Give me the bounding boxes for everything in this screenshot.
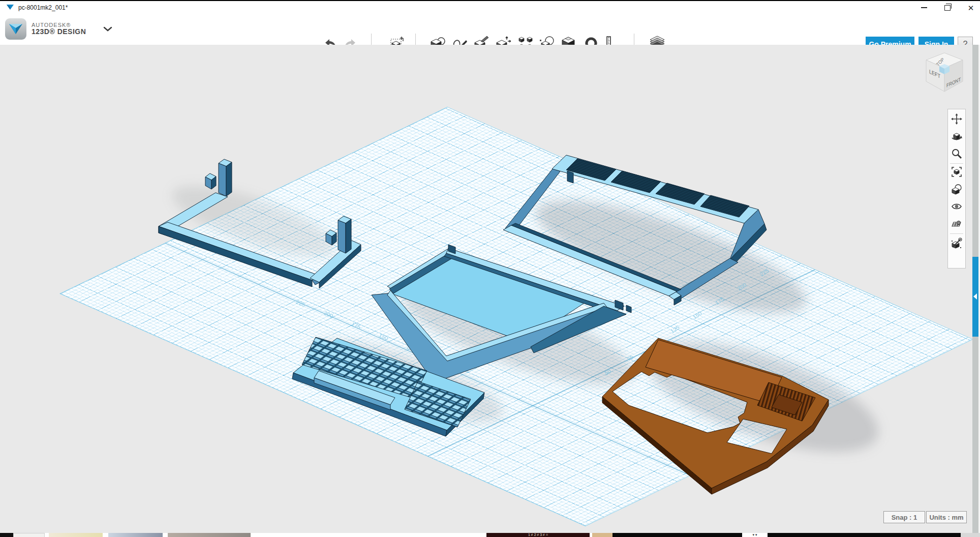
part-keyboard[interactable] (292, 337, 484, 436)
background-scrollbar[interactable] (972, 45, 978, 533)
strip-segment (13, 533, 45, 537)
minimize-button[interactable] (919, 3, 929, 13)
shaded-view-button[interactable] (951, 184, 962, 195)
grid-visibility-icon (951, 218, 962, 229)
view-cube[interactable]: TOP LEFT FRONT (921, 50, 968, 101)
units-setting[interactable]: Units : mm (926, 511, 967, 523)
part-case-top[interactable] (602, 338, 829, 494)
strip-segment-thumbnail: 1 ≠ 2 ≠ 3 ≠ = (486, 533, 590, 537)
restore-button[interactable] (942, 3, 953, 13)
minimize-icon (921, 7, 927, 8)
hide-show-button[interactable] (951, 201, 962, 212)
nav-separator (950, 233, 963, 234)
app-logo-icon (6, 4, 14, 11)
orbit-icon (951, 131, 962, 142)
strip-segment (0, 533, 13, 537)
strip-segment (168, 533, 251, 537)
strip-segment (612, 533, 742, 537)
window-title: pc-8001mk2_001* (18, 4, 68, 11)
grid-label: 200 (737, 282, 748, 292)
shading-mode-icon (951, 184, 962, 195)
fit-view-icon (951, 166, 962, 177)
grid-label: 175 (714, 296, 725, 306)
brand-text: AUTODESK® 123D® DESIGN (32, 22, 86, 36)
zoom-button[interactable] (951, 148, 962, 159)
titlebar: pc-8001mk2_001* ✕ (0, 1, 980, 14)
grid-label: 150 (378, 332, 389, 341)
grid-label: 50 (603, 368, 612, 376)
background-windows-strip: 1 ≠ 2 ≠ 3 ≠ = ▾ ▾ (0, 533, 980, 537)
magnifier-icon (951, 148, 962, 159)
grid-label: 75 (626, 353, 634, 362)
close-button[interactable]: ✕ (966, 3, 976, 13)
nav-separator (950, 163, 963, 164)
viewport-3d[interactable]: 225 200 175 150 125 100 75 50 75 125 150… (0, 45, 980, 533)
restore-icon (944, 5, 951, 11)
pan-button[interactable] (951, 113, 962, 125)
strip-segment-markers: ▾ ▾ (742, 533, 768, 537)
navigation-rail (947, 109, 966, 268)
zoom-to-fit-button[interactable] (951, 166, 962, 177)
grid-label: 150 (692, 310, 703, 320)
app-logo-badge (5, 18, 26, 40)
grid-label: 225 (759, 267, 770, 278)
chevron-down-icon (103, 26, 112, 32)
collapse-arrow-icon (973, 293, 977, 300)
strip-segment (108, 533, 163, 537)
model-parts-layer: 225 200 175 150 125 100 75 50 75 125 150… (0, 45, 980, 533)
strip-segment (768, 533, 961, 537)
window-controls: ✕ (919, 1, 976, 14)
grid-toggle-button[interactable] (951, 218, 962, 229)
part-u-bracket[interactable] (159, 159, 361, 288)
strip-segment (592, 533, 612, 537)
orbit-button[interactable] (951, 131, 962, 142)
close-icon: ✕ (968, 4, 974, 12)
app-menu-button[interactable]: AUTODESK® 123D® DESIGN (5, 18, 112, 40)
strip-segment (961, 533, 980, 537)
strip-segment (49, 533, 103, 537)
snap-setting[interactable]: Snap : 1 (883, 511, 925, 523)
main-toolbar: AUTODESK® 123D® DESIGN (0, 14, 980, 45)
eye-icon (951, 201, 962, 212)
outline-visibility-icon (951, 237, 962, 249)
grid-label: 125 (669, 324, 681, 335)
background-scrollbar-thumb[interactable] (972, 257, 978, 337)
grid-label: 175 (351, 321, 362, 330)
logo-triangle-icon (8, 22, 23, 36)
brand-product: 123D® DESIGN (32, 28, 86, 36)
pan-icon (951, 113, 962, 125)
grid-label: 200 (323, 310, 334, 319)
grid-label: 225 (295, 299, 307, 308)
outline-toggle-button[interactable] (951, 237, 962, 249)
